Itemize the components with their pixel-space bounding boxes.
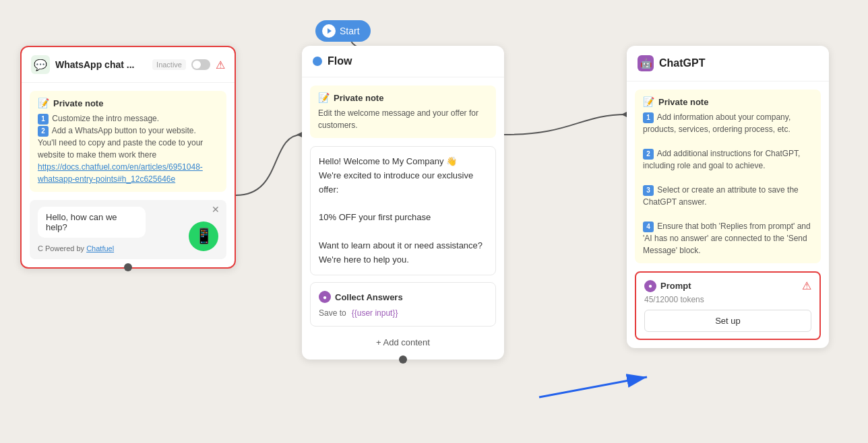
prompt-warning-icon: ⚠ bbox=[802, 279, 811, 292]
flow-message-block: Hello! Welcome to My Company 👋We're exci… bbox=[310, 146, 496, 275]
close-icon[interactable]: ✕ bbox=[212, 204, 220, 215]
whatsapp-card: 💬 WhatsApp chat ... Inactive ⚠ 📝 Private… bbox=[20, 46, 236, 269]
step-1-badge: 1 bbox=[38, 114, 49, 125]
chat-bubble: Hello, how can we help? bbox=[38, 207, 146, 238]
canvas: Start 💬 WhatsApp chat ... Inactive ⚠ 📝 P… bbox=[0, 0, 868, 443]
note-icon: 📝 bbox=[38, 98, 49, 108]
collect-row: Save to {{user input}} bbox=[319, 308, 487, 318]
flow-card-title: Flow bbox=[328, 55, 352, 67]
chatgpt-step-1: 1 bbox=[643, 112, 654, 123]
prompt-title: Prompt bbox=[660, 281, 798, 291]
note-title: Private note bbox=[53, 98, 103, 108]
svg-line-3 bbox=[539, 377, 647, 397]
warning-icon: ⚠ bbox=[216, 59, 225, 71]
chat-preview: ✕ Hello, how can we help? C Powered by C… bbox=[30, 200, 226, 259]
collect-header: ● Collect Answers bbox=[319, 291, 487, 303]
whatsapp-icon: 💬 bbox=[31, 55, 50, 74]
collect-value: {{user input}} bbox=[352, 308, 398, 318]
whatsapp-fab[interactable]: 📱 bbox=[189, 222, 218, 251]
whatsapp-private-note: 📝 Private note 1 Customize the intro mes… bbox=[30, 91, 226, 192]
svg-marker-1 bbox=[621, 112, 627, 117]
start-label: Start bbox=[340, 26, 360, 36]
chatgpt-note-icon: 📝 bbox=[643, 96, 654, 107]
setup-button[interactable]: Set up bbox=[644, 310, 811, 332]
chatgpt-step-3: 3 bbox=[643, 185, 654, 196]
chatgpt-note-title: Private note bbox=[658, 97, 708, 107]
chatfuel-link[interactable]: Chatfuel bbox=[86, 244, 114, 252]
inactive-badge: Inactive bbox=[152, 59, 186, 70]
collect-title: Collect Answers bbox=[335, 292, 403, 302]
play-icon bbox=[322, 24, 336, 38]
prompt-icon: ● bbox=[644, 280, 656, 292]
flow-note-icon: 📝 bbox=[318, 92, 330, 103]
flow-card-header: Flow bbox=[302, 46, 504, 77]
chatgpt-card-title: ChatGPT bbox=[659, 57, 705, 69]
chatgpt-step-2: 2 bbox=[643, 149, 654, 160]
step-2-badge: 2 bbox=[38, 126, 49, 137]
chatgpt-card: 🤖 ChatGPT 📝 Private note 1 Add informati… bbox=[627, 46, 829, 348]
svg-marker-0 bbox=[297, 132, 302, 137]
flow-private-note: 📝 Private note Edit the welcome message … bbox=[310, 86, 496, 138]
prompt-block: ● Prompt ⚠ 45/12000 tokens Set up bbox=[635, 271, 821, 340]
collect-icon: ● bbox=[319, 291, 331, 303]
chatgpt-card-header: 🤖 ChatGPT bbox=[627, 46, 829, 81]
add-content-button[interactable]: + Add content bbox=[310, 333, 496, 351]
chatgpt-icon: 🤖 bbox=[638, 55, 654, 71]
whatsapp-note-header: 📝 Private note bbox=[38, 98, 218, 108]
powered-label: C bbox=[38, 244, 45, 252]
start-button[interactable]: Start bbox=[315, 20, 371, 42]
prompt-tokens: 45/12000 tokens bbox=[644, 295, 811, 304]
powered-by-static: Powered by bbox=[45, 244, 84, 252]
flow-dot-icon bbox=[313, 57, 322, 66]
whatsapp-card-title: WhatsApp chat ... bbox=[55, 59, 147, 70]
flow-dot-connector bbox=[399, 355, 407, 364]
whatsapp-dot-connector bbox=[124, 263, 132, 271]
inactive-toggle[interactable] bbox=[191, 59, 210, 70]
whatsapp-card-header: 💬 WhatsApp chat ... Inactive ⚠ bbox=[22, 47, 235, 83]
chatgpt-private-note: 📝 Private note 1 Add information about y… bbox=[635, 90, 821, 263]
powered-by-text: C Powered by Chatfuel bbox=[38, 244, 218, 252]
collect-answers-block: ● Collect Answers Save to {{user input}} bbox=[310, 282, 496, 327]
flow-note-title: Private note bbox=[334, 93, 383, 103]
flow-note-text: Edit the welcome message and your offer … bbox=[318, 107, 488, 131]
flow-message-text: Hello! Welcome to My Company 👋We're exci… bbox=[319, 156, 483, 265]
whatsapp-note-text: 1 Customize the intro message. 2 Add a W… bbox=[38, 112, 218, 185]
flow-card: Flow 📝 Private note Edit the welcome mes… bbox=[302, 46, 504, 360]
chatgpt-note-text: 1 Add information about your company, pr… bbox=[643, 111, 813, 257]
flow-note-header: 📝 Private note bbox=[318, 92, 488, 103]
chatgpt-note-header: 📝 Private note bbox=[643, 96, 813, 107]
chatgpt-step-4: 4 bbox=[643, 222, 654, 232]
docs-link[interactable]: https://docs.chatfuel.com/en/articles/69… bbox=[38, 162, 203, 184]
save-to-label: Save to bbox=[319, 308, 346, 318]
prompt-header: ● Prompt ⚠ bbox=[644, 279, 811, 292]
